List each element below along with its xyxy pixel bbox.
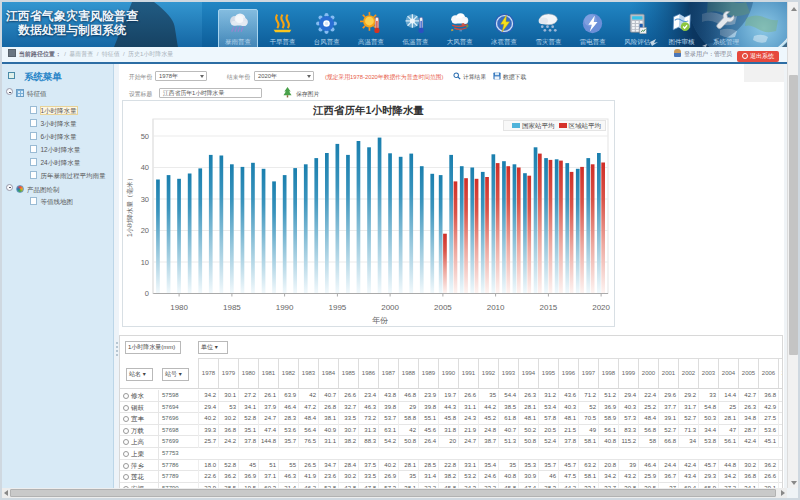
svg-text:2000: 2000 <box>381 303 399 312</box>
svg-text:2005: 2005 <box>434 303 452 312</box>
svg-text:1985: 1985 <box>223 303 241 312</box>
svg-text:20: 20 <box>141 226 149 235</box>
svg-text:1小时降水量（毫米）: 1小时降水量（毫米） <box>126 175 134 237</box>
svg-text:40: 40 <box>141 163 149 172</box>
svg-text:30: 30 <box>141 195 149 204</box>
svg-text:1990: 1990 <box>276 303 294 312</box>
svg-text:0: 0 <box>145 289 149 298</box>
svg-text:1980: 1980 <box>170 303 188 312</box>
svg-text:10: 10 <box>141 258 149 267</box>
svg-text:2020: 2020 <box>592 303 610 312</box>
svg-text:1995: 1995 <box>329 303 347 312</box>
svg-text:2010: 2010 <box>487 303 505 312</box>
svg-text:50: 50 <box>141 132 149 141</box>
svg-text:年份: 年份 <box>372 316 388 325</box>
svg-text:2015: 2015 <box>540 303 558 312</box>
